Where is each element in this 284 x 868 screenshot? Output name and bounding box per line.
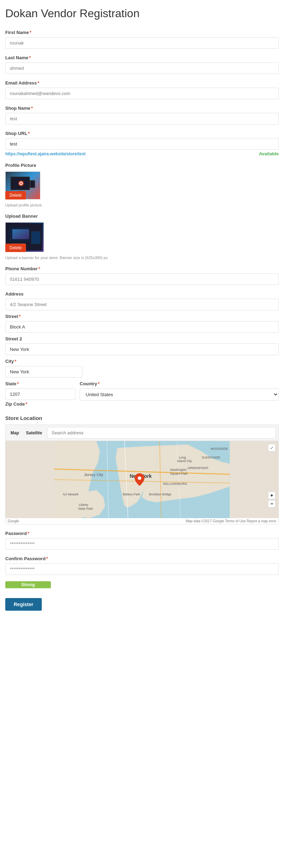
confirm-password-group: Confirm Password*	[5, 556, 279, 575]
shop-name-input[interactable]	[5, 113, 279, 124]
address-group: Address Street* Street 2 City* State* Zi…	[5, 291, 279, 409]
map-container: Map Satellite	[5, 425, 279, 524]
confirm-password-label: Confirm Password*	[5, 556, 279, 561]
fullscreen-button[interactable]: ⤢	[268, 444, 276, 452]
country-select[interactable]: United States United Kingdom Canada Aust…	[80, 388, 279, 401]
svg-text:WILLIAMSBURG: WILLIAMSBURG	[163, 482, 187, 486]
street2-label: Street 2	[5, 336, 279, 341]
shop-url-group: Shop URL* https://wpuftest.ajaira.websit…	[5, 131, 279, 156]
map-footer-info: Map data ©2017 Google Terms of Use Repor…	[186, 519, 276, 523]
email-label: Email Address*	[5, 80, 279, 86]
email-input[interactable]	[5, 88, 279, 99]
svg-text:State Park: State Park	[78, 507, 93, 510]
address-zip-country-row: State* Zip Code* Country* United States …	[5, 381, 279, 409]
last-name-group: Last Name*	[5, 55, 279, 74]
address-input[interactable]	[5, 299, 279, 310]
zip-label: Zip Code*	[5, 401, 75, 407]
country-group: Country* United States United Kingdom Ca…	[80, 381, 279, 401]
profile-delete-overlay: Delete	[5, 191, 26, 199]
svg-rect-13	[32, 232, 40, 244]
map-toolbar: Map Satellite	[6, 425, 278, 441]
store-location-label: Store Location	[5, 415, 279, 421]
first-name-input[interactable]	[5, 37, 279, 49]
shop-url-prefix: https://wpuftest.ajaira.website/store/te…	[5, 151, 86, 156]
shop-name-label: Shop Name*	[5, 106, 279, 111]
svg-rect-5	[31, 181, 34, 187]
upload-banner-section: Upload Banner	[5, 213, 279, 260]
phone-number-group: Phone Number*	[5, 266, 279, 285]
banner-upload-hint: Upload a banner for your store. Banner s…	[5, 256, 279, 260]
page-title: Dokan Vendor Registration	[5, 7, 279, 20]
last-name-input[interactable]	[5, 62, 279, 74]
svg-text:Jersey City: Jersey City	[84, 473, 104, 477]
first-name-group: First Name*	[5, 30, 279, 49]
svg-text:Island City: Island City	[177, 459, 192, 463]
strength-bar: Strong	[5, 581, 51, 588]
first-name-label: First Name*	[5, 30, 279, 35]
banner-delete-button[interactable]: Delete	[5, 244, 26, 252]
svg-text:Long: Long	[179, 456, 186, 459]
svg-text:Liberty: Liberty	[79, 503, 89, 507]
state-label: State*	[5, 381, 75, 386]
zip-group: State* Zip Code*	[5, 381, 75, 409]
svg-text:NJ Newark: NJ Newark	[63, 493, 79, 496]
city-label: City*	[5, 359, 279, 364]
banner-container: Delete	[5, 222, 44, 252]
shop-url-available: Available	[259, 151, 279, 156]
profile-upload-hint: Upload profile picture	[5, 203, 279, 207]
password-group: Password*	[5, 531, 279, 550]
password-input[interactable]	[5, 538, 279, 550]
register-button[interactable]: Register	[5, 598, 42, 611]
svg-text:Battery Park: Battery Park	[123, 493, 140, 496]
street-label: Street*	[5, 314, 279, 319]
phone-number-input[interactable]	[5, 273, 279, 285]
country-label: Country*	[80, 381, 279, 386]
svg-text:Square Park: Square Park	[170, 472, 188, 475]
svg-rect-15	[12, 229, 29, 239]
street2-input[interactable]	[5, 344, 279, 355]
zip-input[interactable]	[5, 388, 75, 400]
city-input[interactable]	[5, 366, 82, 378]
store-location-section: Store Location Map Satellite	[5, 415, 279, 524]
password-label: Password*	[5, 531, 279, 536]
address-label: Address	[5, 291, 279, 297]
map-area[interactable]: Jersey City New York Battery Park Brookl…	[6, 441, 278, 518]
map-tab-map[interactable]: Map	[8, 430, 21, 436]
map-search-input[interactable]	[47, 427, 276, 439]
password-strength-section: Strong	[5, 581, 279, 588]
svg-text:Washington: Washington	[170, 468, 187, 472]
email-group: Email Address*	[5, 80, 279, 99]
svg-text:Brooklyn Bridge: Brooklyn Bridge	[149, 493, 172, 496]
profile-picture-section: Profile Picture Delete	[5, 163, 279, 207]
shop-url-label: Shop URL*	[5, 131, 279, 136]
register-section: Register	[5, 593, 279, 611]
map-svg: Jersey City New York Battery Park Brookl…	[6, 441, 278, 518]
svg-text:GREENPOINT: GREENPOINT	[188, 466, 209, 470]
last-name-label: Last Name*	[5, 55, 279, 60]
shop-name-group: Shop Name*	[5, 106, 279, 124]
profile-picture-container: Delete	[5, 171, 40, 199]
svg-text:WOODSIDE: WOODSIDE	[211, 447, 228, 450]
map-controls: + −	[268, 491, 276, 508]
svg-point-8	[20, 182, 22, 184]
profile-picture-label: Profile Picture	[5, 163, 279, 168]
shop-url-input[interactable]	[5, 138, 279, 150]
map-footer: Google Map data ©2017 Google Terms of Us…	[6, 518, 278, 524]
street-input[interactable]	[5, 321, 279, 333]
svg-text:SUNNYSIDE: SUNNYSIDE	[202, 456, 220, 459]
map-footer-logo: Google	[8, 519, 19, 523]
zoom-in-button[interactable]: +	[268, 491, 276, 499]
shop-url-status-row: https://wpuftest.ajaira.website/store/te…	[5, 151, 279, 156]
upload-banner-label: Upload Banner	[5, 213, 279, 219]
map-tab-satellite[interactable]: Satellite	[24, 430, 44, 436]
svg-point-42	[138, 476, 141, 480]
banner-delete-overlay: Delete	[5, 244, 26, 252]
phone-number-label: Phone Number*	[5, 266, 279, 271]
confirm-password-input[interactable]	[5, 563, 279, 575]
zoom-out-button[interactable]: −	[268, 500, 276, 508]
profile-delete-button[interactable]: Delete	[5, 191, 26, 199]
